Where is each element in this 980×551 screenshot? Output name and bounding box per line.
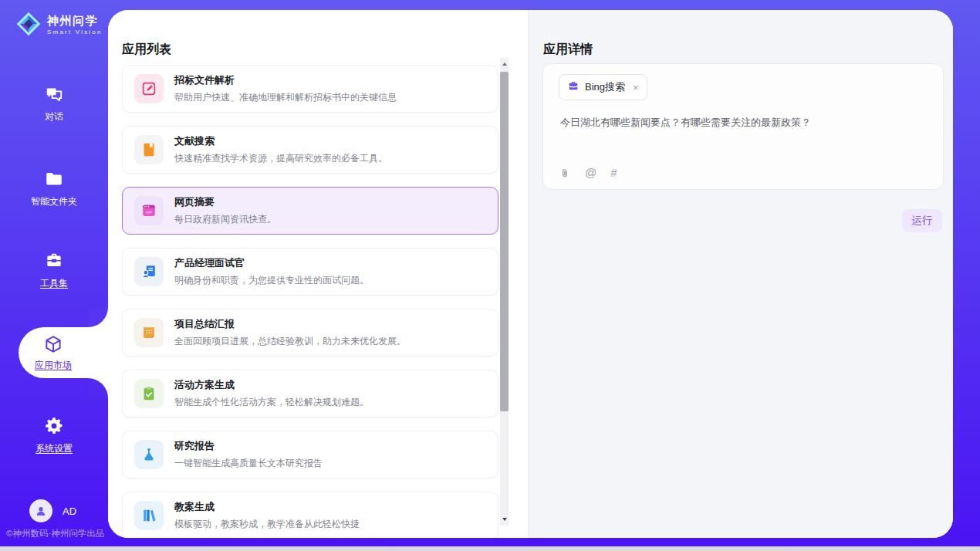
run-button[interactable]: 运行 bbox=[902, 209, 942, 232]
sidebar-item-app-market[interactable]: 应用市场 bbox=[19, 327, 108, 378]
bottom-strip bbox=[0, 546, 980, 551]
sidebar-item-chat[interactable]: 对话 bbox=[0, 83, 108, 123]
app-card-desc: 模板驱动，教案秒成，教学准备从此轻松快捷 bbox=[174, 518, 360, 531]
scrollbar-thumb[interactable] bbox=[500, 72, 509, 411]
tool-tag-label: Bing搜索 bbox=[585, 80, 625, 94]
tool-tag-bing-search[interactable]: Bing搜索 × bbox=[559, 74, 647, 100]
folder-icon bbox=[44, 168, 64, 189]
chat-icon bbox=[44, 83, 64, 104]
brand-name: 神州问学 bbox=[47, 15, 103, 28]
app-card-title: 招标文件解析 bbox=[174, 73, 397, 87]
document-edit-icon bbox=[134, 74, 164, 103]
sidebar-item-smart-folder[interactable]: 智能文件夹 bbox=[0, 168, 108, 208]
tag-close-icon[interactable]: × bbox=[633, 82, 639, 93]
prompt-input[interactable]: 今日湖北有哪些新闻要点？有哪些需要关注的最新政策？ bbox=[560, 115, 928, 130]
sidebar-item-settings[interactable]: 系统设置 bbox=[0, 415, 108, 455]
app-card-title: 产品经理面试官 bbox=[174, 256, 369, 270]
app-card-desc: 明确身份和职责，为您提供专业性的面试问题。 bbox=[174, 274, 369, 287]
toolbox-icon bbox=[44, 250, 64, 271]
attachment-icon[interactable] bbox=[559, 167, 571, 179]
app-card-lesson[interactable]: 教案生成 模板驱动，教案秒成，教学准备从此轻松快捷 bbox=[122, 492, 498, 538]
app-card-desc: 全面回顾项目进展，总结经验教训，助力未来优化发展。 bbox=[174, 335, 406, 348]
book-icon bbox=[134, 135, 164, 164]
hashtag-icon[interactable]: # bbox=[610, 166, 617, 179]
sidebar-item-label: 智能文件夹 bbox=[31, 195, 77, 208]
interviewer-icon bbox=[134, 257, 164, 286]
person-icon bbox=[34, 504, 48, 518]
prompt-toolbar: @ # bbox=[559, 166, 617, 179]
sidebar-item-label: 系统设置 bbox=[35, 442, 73, 455]
diamond-logo-icon bbox=[15, 11, 42, 40]
app-list-panel: 应用列表 招标文件解析 帮助用户快速、准确地理解和解析招标书中的关键信息 文献搜… bbox=[108, 10, 528, 538]
app-card-pm[interactable]: 产品经理面试官 明确身份和职责，为您提供专业性的面试问题。 bbox=[122, 248, 498, 296]
brand-logo: 神州问学 Smart Vision bbox=[15, 11, 103, 40]
app-card-list: 招标文件解析 帮助用户快速、准确地理解和解析招标书中的关键信息 文献搜索 快速精… bbox=[122, 65, 498, 538]
app-card-proj[interactable]: 项目总结汇报 全面回顾项目进展，总结经验教训，助力未来优化发展。 bbox=[122, 309, 498, 357]
app-card-event[interactable]: 活动方案生成 智能生成个性化活动方案，轻松解决规划难题。 bbox=[122, 370, 498, 417]
sidebar-item-toolset[interactable]: 工具集 bbox=[0, 250, 108, 290]
prompt-card: Bing搜索 × 今日湖北有哪些新闻要点？有哪些需要关注的最新政策？ @ # bbox=[542, 63, 944, 190]
app-card-title: 网页摘要 bbox=[174, 195, 276, 209]
notch-bottom bbox=[88, 378, 108, 398]
books-icon bbox=[134, 501, 164, 530]
brand-tagline: Smart Vision bbox=[47, 29, 103, 36]
flask-icon bbox=[134, 440, 164, 469]
sidebar-item-label: 工具集 bbox=[40, 277, 68, 290]
briefcase-icon bbox=[567, 79, 580, 95]
app-card-desc: 智能生成个性化活动方案，轻松解决规划难题。 bbox=[174, 396, 369, 409]
app-card-title: 项目总结汇报 bbox=[174, 317, 406, 331]
avatar[interactable] bbox=[29, 499, 52, 522]
note-icon bbox=[134, 318, 164, 347]
sidebar-item-label: 应用市场 bbox=[35, 359, 72, 372]
app-card-desc: 一键智能生成高质量长文本研究报告 bbox=[174, 457, 323, 470]
app-card-desc: 每日政府新闻资讯快查。 bbox=[174, 213, 276, 226]
cube-icon bbox=[43, 334, 63, 355]
notch-top bbox=[88, 307, 108, 327]
user-row[interactable]: AD bbox=[29, 499, 76, 522]
copyright: ©神州数码·神州问学出品 bbox=[6, 528, 104, 539]
scrollbar[interactable] bbox=[500, 58, 509, 526]
scroll-up-icon[interactable] bbox=[500, 58, 509, 70]
app-detail-panel: 应用详情 Bing搜索 × 今日湖北有哪些新闻要点？有哪些需要关注的最新政策？ bbox=[528, 10, 953, 538]
app-card-title: 研究报告 bbox=[174, 439, 323, 453]
scroll-down-icon[interactable] bbox=[500, 513, 509, 526]
mention-icon[interactable]: @ bbox=[585, 166, 596, 179]
app-card-title: 活动方案生成 bbox=[174, 378, 369, 392]
app-root: { "brand": { "name": "神州问学", "tagline": … bbox=[0, 0, 980, 551]
app-card-desc: 帮助用户快速、准确地理解和解析招标书中的关键信息 bbox=[174, 91, 397, 104]
app-card-desc: 快速精准查找学术资源，提高研究效率的必备工具。 bbox=[174, 152, 387, 165]
app-detail-title: 应用详情 bbox=[543, 42, 593, 58]
app-card-bid[interactable]: 招标文件解析 帮助用户快速、准确地理解和解析招标书中的关键信息 bbox=[122, 65, 498, 113]
app-card-research[interactable]: 研究报告 一键智能生成高质量长文本研究报告 bbox=[122, 431, 498, 478]
webpage-code-icon: </> bbox=[134, 196, 164, 225]
app-card-title: 教案生成 bbox=[174, 500, 360, 514]
app-card-web[interactable]: </> 网页摘要 每日政府新闻资讯快查。 bbox=[122, 187, 498, 235]
svg-text:</>: </> bbox=[146, 210, 153, 215]
sidebar-item-label: 对话 bbox=[45, 110, 63, 123]
app-card-lit[interactable]: 文献搜索 快速精准查找学术资源，提高研究效率的必备工具。 bbox=[122, 126, 498, 174]
app-card-title: 文献搜索 bbox=[174, 134, 387, 148]
sidebar: 神州问学 Smart Vision 对话 智能文件夹 工具集 应用市场 系统设置… bbox=[0, 0, 108, 551]
app-list-title: 应用列表 bbox=[122, 42, 171, 58]
user-initials: AD bbox=[63, 505, 76, 517]
clipboard-check-icon bbox=[134, 379, 164, 408]
gear-icon bbox=[44, 415, 64, 436]
content-area: 应用列表 招标文件解析 帮助用户快速、准确地理解和解析招标书中的关键信息 文献搜… bbox=[108, 10, 953, 538]
